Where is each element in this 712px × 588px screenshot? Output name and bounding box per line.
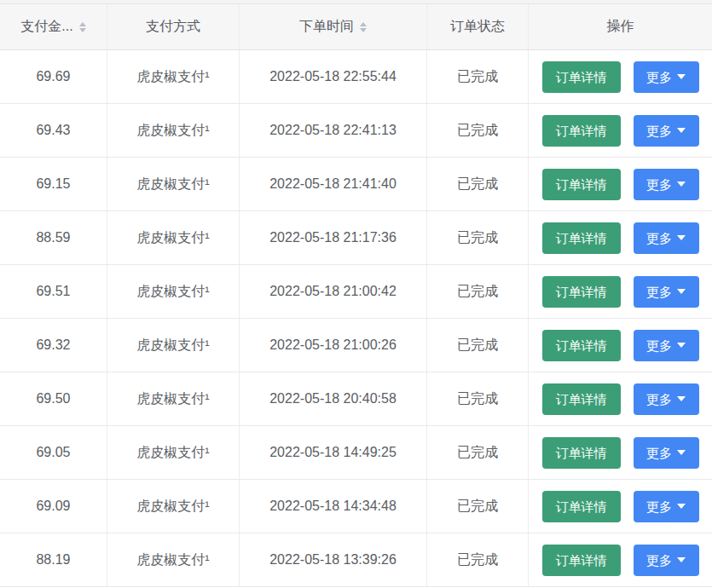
order-detail-button[interactable]: 订单详情	[542, 545, 621, 576]
more-button-label: 更多	[646, 285, 672, 298]
more-button[interactable]: 更多	[634, 545, 699, 576]
column-header-time[interactable]: 下单时间	[240, 4, 427, 49]
table-header-row: 支付金... 支付方式 下单时间 订单状态 操作	[0, 4, 712, 50]
time-value: 2022-05-18 20:40:58	[269, 391, 397, 406]
actions-cell: 订单详情 更多	[529, 372, 712, 425]
time-cell: 2022-05-18 21:17:36	[240, 211, 427, 264]
time-value: 2022-05-18 21:00:26	[269, 337, 397, 353]
caret-up-down-icon[interactable]	[360, 22, 367, 32]
more-button[interactable]: 更多	[634, 222, 699, 254]
time-value: 2022-05-18 22:41:13	[269, 123, 397, 138]
column-header-method: 支付方式	[107, 4, 240, 49]
caret-down-icon	[677, 343, 686, 348]
more-button[interactable]: 更多	[634, 491, 699, 522]
caret-down-icon	[677, 74, 686, 79]
amount-cell: 69.51	[0, 265, 107, 318]
order-detail-button[interactable]: 订单详情	[542, 383, 621, 415]
more-button[interactable]: 更多	[634, 383, 699, 415]
amount-cell: 88.59	[0, 211, 107, 264]
table-row: 69.15 虎皮椒支付¹ 2022-05-18 21:41:40 已完成 订单详…	[0, 158, 712, 211]
order-detail-button[interactable]: 订单详情	[542, 169, 621, 200]
order-detail-button[interactable]: 订单详情	[542, 491, 621, 522]
column-header-status: 订单状态	[427, 4, 529, 49]
more-button[interactable]: 更多	[634, 61, 699, 93]
more-button[interactable]: 更多	[634, 330, 699, 361]
method-cell: 虎皮椒支付¹	[107, 533, 240, 586]
caret-up-down-icon[interactable]	[79, 22, 86, 32]
method-value: 虎皮椒支付¹	[136, 498, 209, 516]
order-detail-button[interactable]: 订单详情	[542, 61, 621, 93]
actions-cell: 订单详情 更多	[529, 533, 712, 586]
status-value: 已完成	[457, 337, 498, 355]
more-button[interactable]: 更多	[634, 276, 699, 308]
time-cell: 2022-05-18 21:00:26	[240, 319, 427, 372]
time-value: 2022-05-18 22:55:44	[269, 69, 397, 84]
method-value: 虎皮椒支付¹	[136, 176, 209, 193]
status-value: 已完成	[457, 229, 498, 247]
actions-cell: 订单详情 更多	[529, 480, 712, 533]
table-row: 69.51 虎皮椒支付¹ 2022-05-18 21:00:42 已完成 订单详…	[0, 265, 712, 319]
amount-cell: 69.43	[0, 104, 107, 157]
table-row: 88.59 虎皮椒支付¹ 2022-05-18 21:17:36 已完成 订单详…	[0, 211, 712, 265]
more-button-label: 更多	[646, 71, 672, 84]
caret-down-icon	[677, 128, 686, 133]
status-value: 已完成	[457, 551, 498, 569]
amount-cell: 69.05	[0, 426, 107, 479]
more-button[interactable]: 更多	[634, 437, 699, 469]
method-cell: 虎皮椒支付¹	[107, 480, 240, 533]
order-detail-button[interactable]: 订单详情	[542, 330, 621, 361]
time-cell: 2022-05-18 22:55:44	[240, 50, 427, 103]
orders-table: 支付金... 支付方式 下单时间 订单状态 操作 69.69 虎皮椒支付¹	[0, 0, 712, 588]
method-value: 虎皮椒支付¹	[136, 68, 209, 86]
order-detail-button[interactable]: 订单详情	[542, 115, 621, 147]
more-button-label: 更多	[646, 500, 672, 513]
method-cell: 虎皮椒支付¹	[107, 426, 240, 479]
amount-cell: 69.69	[0, 50, 107, 103]
status-value: 已完成	[457, 444, 498, 462]
method-value: 虎皮椒支付¹	[136, 283, 209, 301]
amount-value: 69.69	[36, 69, 70, 84]
order-detail-button[interactable]: 订单详情	[542, 437, 621, 469]
time-cell: 2022-05-18 14:49:25	[240, 426, 427, 479]
time-cell: 2022-05-18 21:41:40	[240, 158, 427, 210]
status-value: 已完成	[457, 176, 498, 193]
time-cell: 2022-05-18 14:34:48	[240, 480, 427, 533]
caret-down-icon	[677, 182, 686, 187]
status-cell: 已完成	[427, 265, 529, 318]
actions-cell: 订单详情 更多	[529, 319, 712, 372]
table-row: 88.19 虎皮椒支付¹ 2022-05-18 13:39:26 已完成 订单详…	[0, 533, 712, 587]
amount-value: 69.32	[36, 337, 70, 353]
time-cell: 2022-05-18 22:41:13	[240, 104, 427, 157]
column-header-amount[interactable]: 支付金...	[0, 4, 107, 49]
amount-value: 69.50	[36, 391, 70, 406]
more-button-label: 更多	[646, 554, 672, 567]
column-header-method-label: 支付方式	[146, 18, 200, 36]
method-cell: 虎皮椒支付¹	[107, 158, 240, 210]
time-value: 2022-05-18 14:34:48	[269, 499, 397, 514]
time-cell: 2022-05-18 21:00:42	[240, 265, 427, 318]
caret-down-icon	[677, 504, 686, 509]
amount-value: 69.09	[36, 499, 70, 514]
status-cell: 已完成	[427, 480, 529, 533]
table-row: 69.69 虎皮椒支付¹ 2022-05-18 22:55:44 已完成 订单详…	[0, 50, 712, 104]
table-row: 69.05 虎皮椒支付¹ 2022-05-18 14:49:25 已完成 订单详…	[0, 426, 712, 480]
order-detail-button[interactable]: 订单详情	[542, 222, 621, 254]
more-button-label: 更多	[646, 124, 672, 137]
actions-cell: 订单详情 更多	[529, 158, 712, 210]
status-cell: 已完成	[427, 50, 529, 103]
more-button[interactable]: 更多	[634, 169, 699, 200]
status-cell: 已完成	[427, 533, 529, 586]
order-detail-button[interactable]: 订单详情	[542, 276, 621, 308]
more-button-label: 更多	[646, 447, 672, 459]
actions-cell: 订单详情 更多	[529, 104, 712, 157]
status-value: 已完成	[457, 498, 498, 516]
time-cell: 2022-05-18 13:39:26	[240, 533, 427, 586]
status-value: 已完成	[457, 122, 498, 140]
amount-value: 69.51	[36, 284, 70, 299]
amount-cell: 69.09	[0, 480, 107, 533]
more-button[interactable]: 更多	[634, 115, 699, 147]
status-value: 已完成	[457, 283, 498, 301]
status-value: 已完成	[457, 68, 498, 86]
time-value: 2022-05-18 13:39:26	[269, 552, 397, 568]
time-value: 2022-05-18 21:41:40	[269, 176, 397, 192]
